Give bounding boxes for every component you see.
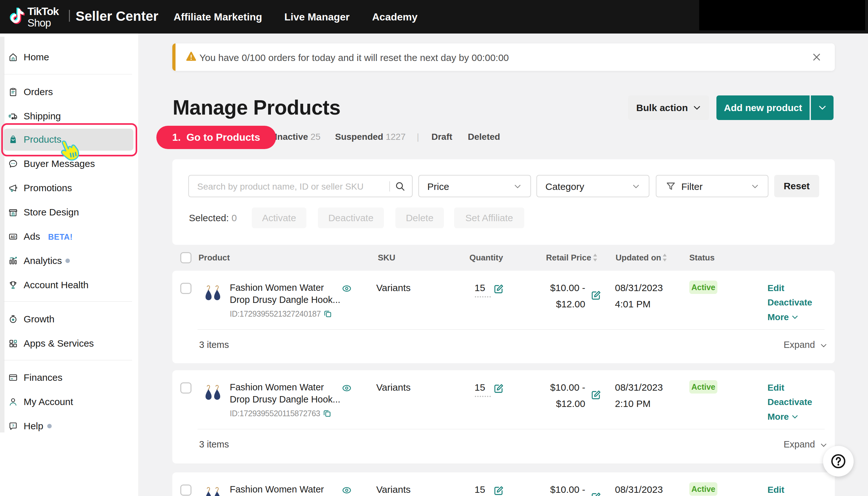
svg-text:AD: AD <box>11 235 16 239</box>
svg-text:?: ? <box>12 424 14 428</box>
